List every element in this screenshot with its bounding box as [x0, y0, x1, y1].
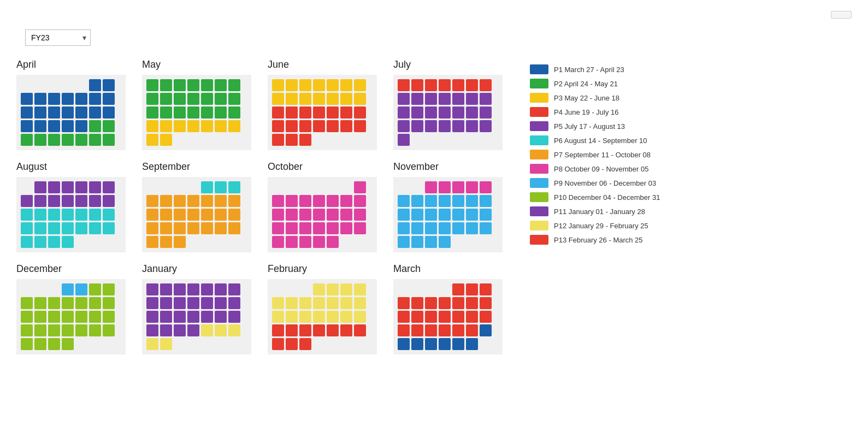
- legend-swatch: [530, 150, 548, 159]
- calendar-cell: [187, 120, 199, 132]
- calendar-row: [146, 93, 247, 105]
- calendar-cell: [272, 181, 284, 193]
- calendar-cell: [228, 236, 240, 248]
- calendar-cell: [299, 93, 311, 105]
- calendar-cell: [21, 181, 33, 193]
- calendar-cell: [201, 181, 213, 193]
- year-selector-row: FY22FY23FY24 ▾: [16, 29, 852, 46]
- calendar-cell: [89, 311, 101, 323]
- calendar-cell: [340, 222, 352, 234]
- calendar-cell: [354, 338, 366, 350]
- calendar-row: [272, 106, 373, 119]
- calendar-cell: [75, 236, 87, 248]
- legend-item: P13 February 26 - March 25: [530, 235, 660, 245]
- calendar-cell: [411, 209, 423, 221]
- calendar-cell: [146, 195, 158, 207]
- calendar-cell: [452, 297, 464, 309]
- calendar-cell: [21, 297, 33, 309]
- calendar-cell: [452, 195, 464, 207]
- calendar-cell: [201, 297, 213, 309]
- calendar-cell: [299, 79, 311, 91]
- calendar-cell: [411, 311, 423, 323]
- mini-calendar: [393, 177, 503, 252]
- legend-label: P13 February 26 - March 25: [554, 236, 643, 244]
- calendar-cell: [75, 106, 87, 119]
- year-select[interactable]: FY22FY23FY24: [25, 29, 91, 46]
- mini-calendar: [268, 75, 377, 150]
- close-button[interactable]: [831, 11, 852, 19]
- calendar-cell: [48, 120, 60, 132]
- calendar-cell: [21, 209, 33, 221]
- calendar-cell: [354, 79, 366, 91]
- calendar-cell: [75, 311, 87, 323]
- calendar-cell: [215, 93, 227, 105]
- calendar-cell: [286, 297, 298, 309]
- calendar-cell: [313, 324, 325, 336]
- calendar-cell: [466, 106, 478, 119]
- calendar-cell: [201, 311, 213, 323]
- legend-label: P6 August 14 - September 10: [554, 137, 647, 145]
- calendar-cell: [272, 93, 284, 105]
- calendar-row: [398, 93, 498, 105]
- month-block: January: [142, 263, 251, 354]
- calendar-cell: [354, 134, 366, 146]
- calendar-cell: [201, 338, 213, 350]
- month-block: April: [16, 59, 126, 150]
- calendar-cell: [75, 283, 87, 295]
- calendar-cell: [146, 236, 158, 248]
- legend-swatch: [530, 221, 548, 230]
- calendar-cell: [62, 195, 74, 207]
- calendar-cell: [34, 79, 46, 91]
- calendar-cell: [398, 222, 410, 234]
- calendar-cell: [327, 93, 339, 105]
- calendars-grid: AprilMayJuneJulyAugustSeptemberOctoberNo…: [16, 59, 503, 354]
- calendar-cell: [75, 222, 87, 234]
- calendar-cell: [146, 181, 158, 193]
- calendar-cell: [48, 338, 60, 350]
- calendar-cell: [354, 236, 366, 248]
- calendar-cell: [160, 93, 172, 105]
- calendar-cell: [398, 311, 410, 323]
- calendar-cell: [228, 106, 240, 119]
- calendar-cell: [62, 79, 74, 91]
- mini-calendar: [16, 279, 126, 354]
- legend-swatch: [530, 93, 548, 103]
- calendar-row: [146, 283, 247, 295]
- calendar-cell: [89, 338, 101, 350]
- calendar-cell: [425, 236, 437, 248]
- header: [16, 11, 852, 19]
- calendar-cell: [103, 134, 115, 146]
- month-name: March: [393, 263, 503, 275]
- calendar-cell: [34, 338, 46, 350]
- calendar-cell: [411, 79, 423, 91]
- calendar-cell: [187, 134, 199, 146]
- calendar-cell: [286, 236, 298, 248]
- calendar-cell: [313, 297, 325, 309]
- calendar-cell: [215, 120, 227, 132]
- calendar-cell: [62, 324, 74, 336]
- calendar-cell: [48, 79, 60, 91]
- calendar-cell: [201, 106, 213, 119]
- calendar-row: [146, 79, 247, 91]
- calendar-cell: [466, 79, 478, 91]
- calendar-cell: [480, 222, 492, 234]
- calendar-cell: [480, 181, 492, 193]
- calendar-cell: [313, 79, 325, 91]
- legend-item: P1 March 27 - April 23: [530, 64, 660, 74]
- calendar-row: [146, 236, 247, 248]
- mini-calendar: [142, 279, 251, 354]
- calendar-cell: [174, 222, 186, 234]
- calendar-row: [21, 283, 121, 295]
- calendar-cell: [313, 93, 325, 105]
- calendar-cell: [103, 120, 115, 132]
- calendar-cell: [354, 181, 366, 193]
- calendar-row: [21, 134, 121, 146]
- calendar-cell: [452, 106, 464, 119]
- calendar-cell: [174, 134, 186, 146]
- legend-item: P9 November 06 - December 03: [530, 178, 660, 188]
- calendar-row: [146, 311, 247, 323]
- calendar-cell: [62, 283, 74, 295]
- calendar-row: [272, 236, 373, 248]
- calendar-cell: [411, 297, 423, 309]
- calendar-cell: [425, 338, 437, 350]
